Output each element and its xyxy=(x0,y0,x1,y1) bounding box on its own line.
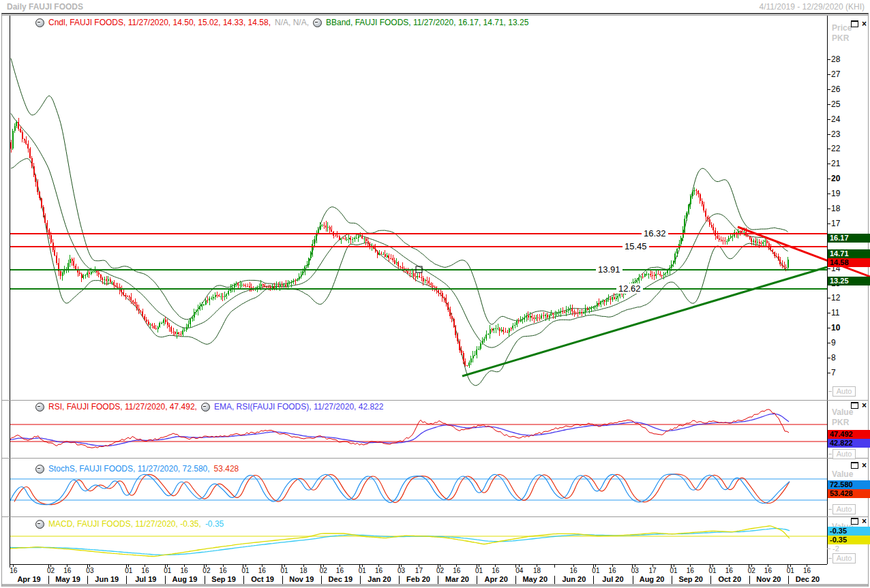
indicator-clock-icon[interactable] xyxy=(313,18,322,27)
month-label: Apr 20 xyxy=(477,575,515,583)
rsi-axis-auto-button[interactable]: Auto xyxy=(832,449,856,459)
rsi-axis-title: Value xyxy=(832,407,853,417)
stoch-k-value-box: 72.580 xyxy=(828,480,870,489)
price-tick-label: 8 xyxy=(831,353,836,362)
price-tick-label: 12 xyxy=(831,293,840,303)
day-tick-label: 01 xyxy=(475,567,483,574)
bollinger-bands xyxy=(11,59,788,386)
day-tick-label: 18 xyxy=(299,567,307,574)
month-label: Jul 19 xyxy=(126,575,165,583)
day-tick-label: 16 xyxy=(803,567,811,574)
rsi-axis-currency: PKR xyxy=(832,418,849,427)
candle-legend-na-text: N/A, N/A, xyxy=(275,18,309,27)
stoch-d-value-box: 53.428 xyxy=(828,489,870,498)
close-icon[interactable]: × xyxy=(862,519,867,525)
close-icon[interactable]: × xyxy=(862,463,867,469)
rsi-ema-legend-text[interactable]: EMA, RSI(FAUJI FOODS), 11/27/2020, 42.82… xyxy=(214,402,384,412)
macd-axis-auto-button[interactable]: Auto xyxy=(832,553,856,563)
day-tick-label: 01 xyxy=(359,567,366,574)
stoch-legend-text[interactable]: StochS, FAUJI FOODS, 11/27/2020, 72.580, xyxy=(48,464,210,474)
day-tick-label: 16 xyxy=(10,567,17,574)
day-tick-label: 02 xyxy=(320,567,327,574)
bband-legend-text[interactable]: BBand, FAUJI FOODS, 11/27/2020, 16.17, 1… xyxy=(326,18,528,27)
indicator-clock-icon[interactable] xyxy=(35,18,44,27)
main-axis-auto-button[interactable]: Auto xyxy=(832,386,856,397)
price-tick-label: 24 xyxy=(831,114,840,124)
level-label[interactable]: 15.45 xyxy=(622,241,649,251)
month-label: Sep 19 xyxy=(205,575,243,583)
window-date-range: 4/11/2019 - 12/29/2020 (KHI) xyxy=(759,2,865,12)
day-tick-label: 16 xyxy=(453,567,460,574)
day-tick-label: 02 xyxy=(748,567,755,574)
month-label: Apr 19 xyxy=(10,575,48,583)
rsi-legend-text[interactable]: RSI, FAUJI FOODS, 11/27/2020, 47.492, xyxy=(48,402,197,412)
macd-plot xyxy=(10,526,827,557)
macd-legend-text[interactable]: MACD, FAUJI FOODS, 11/27/2020, -0.35, xyxy=(48,519,201,529)
day-tick-label: 02 xyxy=(436,567,444,574)
close-icon[interactable]: × xyxy=(862,21,867,27)
day-tick-label: 02 xyxy=(202,567,210,574)
maximize-icon[interactable] xyxy=(851,462,858,469)
close-icon[interactable]: × xyxy=(862,403,867,409)
bottom-scroll-strip xyxy=(2,584,868,587)
stochastic-plot xyxy=(10,474,827,505)
price-tick-label: 25 xyxy=(831,99,840,109)
day-tick-label: 16 xyxy=(764,567,772,574)
price-tick-label: 18 xyxy=(831,204,840,213)
candle-legend-text[interactable]: Cndl, FAUJI FOODS, 11/27/2020, 14.50, 15… xyxy=(48,18,271,27)
day-tick-label: 16 xyxy=(336,567,344,574)
charting-app-window: Daily FAUJI FOODS 4/11/2019 - 12/29/2020… xyxy=(0,0,870,588)
month-label: Jun 19 xyxy=(87,575,126,583)
price-tick-label: 26 xyxy=(831,84,840,94)
window-titlebar[interactable]: Daily FAUJI FOODS 4/11/2019 - 12/29/2020… xyxy=(0,0,870,13)
main-chart-legend: Cndl, FAUJI FOODS, 11/27/2020, 14.50, 15… xyxy=(35,18,528,27)
day-tick-label: 03 xyxy=(397,567,405,574)
price-tick-label: 22 xyxy=(831,144,840,153)
day-tick-label: 16 xyxy=(180,567,188,574)
maximize-icon[interactable] xyxy=(851,518,858,525)
day-tick-label: 16 xyxy=(492,567,499,574)
stoch-legend-last-value: 53.428 xyxy=(214,464,239,474)
day-tick-label: 01 xyxy=(125,567,132,574)
indicator-clock-icon[interactable] xyxy=(35,465,44,474)
month-label: Aug 19 xyxy=(165,575,204,583)
day-tick-label: 16 xyxy=(725,567,733,574)
day-tick-label: 03 xyxy=(86,567,93,574)
rsi-panel-window-buttons: × xyxy=(851,402,867,409)
bband-lower-value-box: 13.25 xyxy=(828,277,870,285)
maximize-icon[interactable] xyxy=(851,20,858,27)
price-tick-label: 10 xyxy=(831,323,840,332)
day-tick-label: 16 xyxy=(609,567,616,574)
stoch-legend: StochS, FAUJI FOODS, 11/27/2020, 72.580,… xyxy=(35,464,239,474)
day-tick-label: 01 xyxy=(164,567,171,574)
macd-axis-tick-label: -2 xyxy=(832,544,839,553)
stoch-axis-auto-button[interactable]: Auto xyxy=(832,504,856,514)
indicator-clock-icon[interactable] xyxy=(35,403,44,412)
price-tick-label: 17 xyxy=(831,219,840,228)
day-tick-label: 16 xyxy=(258,567,266,574)
price-tick-label: 9 xyxy=(831,338,836,347)
macd-legend-last-value: -0.35 xyxy=(205,519,224,529)
day-tick-label: 01 xyxy=(709,567,717,574)
indicator-clock-icon[interactable] xyxy=(201,403,210,412)
day-tick-label: 01 xyxy=(592,567,599,574)
macd-panel-window-buttons: × xyxy=(851,518,867,525)
month-label: Dec 19 xyxy=(321,575,360,583)
indicator-clock-icon[interactable] xyxy=(35,520,44,529)
month-label: Jan 20 xyxy=(360,575,399,583)
month-label: Feb 20 xyxy=(399,575,438,583)
maximize-icon[interactable] xyxy=(851,402,858,409)
last-price-value-box: 14.58 xyxy=(828,258,870,267)
day-tick-label: 01 xyxy=(281,567,288,574)
level-label[interactable]: 13.91 xyxy=(596,264,622,275)
day-tick-label: 03 xyxy=(631,567,639,574)
month-label: Oct 19 xyxy=(243,575,282,583)
rsi-plot xyxy=(10,409,827,448)
support-resistance-lines[interactable] xyxy=(10,234,827,289)
day-tick-label: 16 xyxy=(569,567,577,574)
level-label[interactable]: 12.62 xyxy=(616,283,643,294)
level-label[interactable]: 16.32 xyxy=(642,228,668,238)
price-tick-label: 11 xyxy=(831,308,839,318)
bband-upper-value-box: 16.17 xyxy=(828,234,870,243)
chart-canvas[interactable] xyxy=(0,0,870,588)
